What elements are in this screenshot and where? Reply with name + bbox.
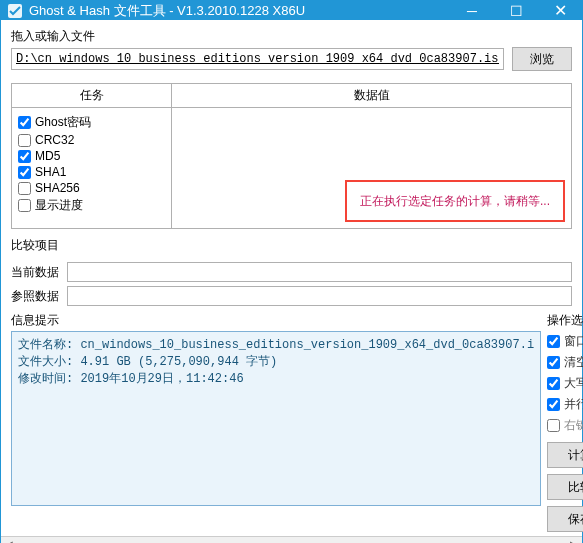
opt-contextmenu-checkbox[interactable] [547, 419, 560, 432]
task-crc32[interactable]: CRC32 [18, 133, 165, 147]
titlebar[interactable]: Ghost & Hash 文件工具 - V1.3.2010.1228 X86U … [1, 1, 582, 20]
compare-button[interactable]: 比较 [547, 474, 583, 500]
window-title: Ghost & Hash 文件工具 - V1.3.2010.1228 X86U [29, 2, 450, 20]
opt-topmost-checkbox[interactable] [547, 335, 560, 348]
ref-data-input[interactable] [67, 286, 572, 306]
value-col-header: 数据值 [172, 84, 571, 107]
calculate-button[interactable]: 计算 [547, 442, 583, 468]
current-data-input[interactable] [67, 262, 572, 282]
maximize-button[interactable]: ☐ [494, 1, 538, 20]
task-list: Ghost密码 CRC32 MD5 SHA1 SHA256 显示进度 [12, 108, 172, 228]
task-sha256[interactable]: SHA256 [18, 181, 165, 195]
file-path-input[interactable] [11, 48, 504, 70]
ops-label: 操作选项 [547, 312, 583, 329]
info-box: 文件名称: cn_windows_10_business_editions_ve… [11, 331, 541, 506]
task-md5[interactable]: MD5 [18, 149, 165, 163]
scroll-track[interactable] [17, 537, 566, 544]
status-message: 正在执行选定任务的计算，请稍等... [345, 180, 565, 222]
opt-contextmenu[interactable]: 右键菜单 [547, 417, 583, 434]
task-group: 任务 数据值 Ghost密码 CRC32 MD5 SHA1 SHA256 显示进… [11, 83, 572, 229]
opt-parallel[interactable]: 并行运算 [547, 396, 583, 413]
task-sha1-checkbox[interactable] [18, 166, 31, 179]
task-ghost[interactable]: Ghost密码 [18, 114, 165, 131]
save-button[interactable]: 保存 [547, 506, 583, 532]
horizontal-scrollbar[interactable]: ◀ ▶ [1, 536, 582, 543]
opt-clear-checkbox[interactable] [547, 356, 560, 369]
task-crc32-checkbox[interactable] [18, 134, 31, 147]
browse-button[interactable]: 浏览 [512, 47, 572, 71]
app-icon [7, 3, 23, 19]
task-ghost-checkbox[interactable] [18, 116, 31, 129]
task-md5-checkbox[interactable] [18, 150, 31, 163]
app-window: Ghost & Hash 文件工具 - V1.3.2010.1228 X86U … [0, 0, 583, 543]
value-area: 正在执行选定任务的计算，请稍等... [172, 108, 571, 228]
opt-parallel-checkbox[interactable] [547, 398, 560, 411]
drag-label: 拖入或输入文件 [11, 28, 572, 45]
task-header: 任务 数据值 [12, 84, 571, 108]
compare-section-label: 比较项目 [11, 237, 572, 254]
opt-clear[interactable]: 清空信息 [547, 354, 583, 371]
opt-uppercase-checkbox[interactable] [547, 377, 560, 390]
opt-uppercase[interactable]: 大写显示 [547, 375, 583, 392]
side-panel: 操作选项 窗口置顶 清空信息 大写显示 并行运算 右键菜单 计算 比较 保存 [547, 312, 583, 532]
task-sha1[interactable]: SHA1 [18, 165, 165, 179]
task-progress-checkbox[interactable] [18, 199, 31, 212]
scroll-right-icon[interactable]: ▶ [566, 537, 582, 544]
opt-topmost[interactable]: 窗口置顶 [547, 333, 583, 350]
window-controls: ─ ☐ ✕ [450, 1, 582, 20]
ref-data-label: 参照数据 [11, 288, 67, 305]
minimize-button[interactable]: ─ [450, 1, 494, 20]
info-label: 信息提示 [11, 312, 541, 329]
scroll-left-icon[interactable]: ◀ [1, 537, 17, 544]
task-col-header: 任务 [12, 84, 172, 107]
close-button[interactable]: ✕ [538, 1, 582, 20]
current-data-label: 当前数据 [11, 264, 67, 281]
task-progress[interactable]: 显示进度 [18, 197, 165, 214]
task-sha256-checkbox[interactable] [18, 182, 31, 195]
content-area: 拖入或输入文件 浏览 任务 数据值 Ghost密码 CRC32 MD5 SHA1… [1, 20, 582, 536]
